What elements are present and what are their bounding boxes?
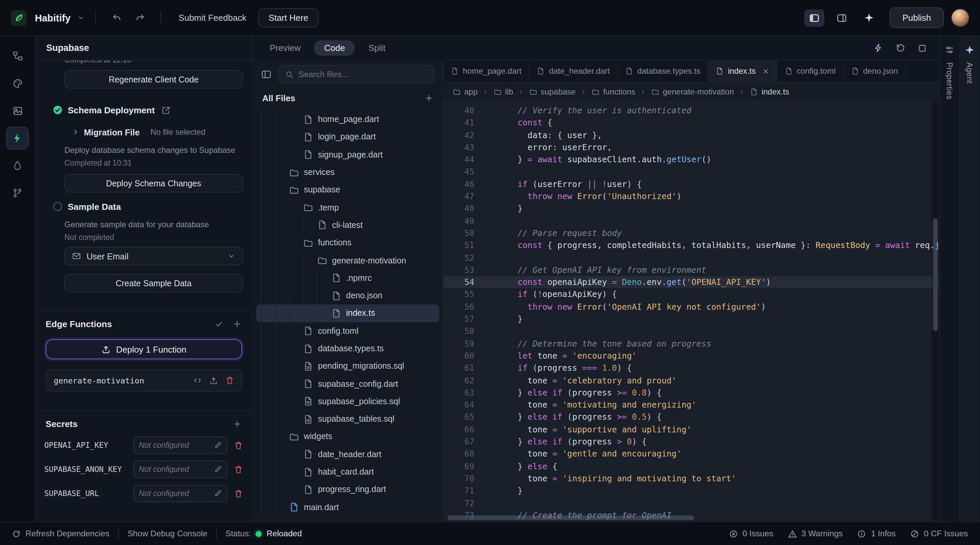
deploy-function-button[interactable]: Deploy 1 Function (46, 339, 242, 359)
tree-file-habit_card.dart[interactable]: habit_card.dart (253, 463, 443, 481)
cf-issues-counter[interactable]: 0 CF Issues (911, 529, 968, 538)
collapse-explorer-button[interactable] (261, 69, 272, 80)
tree-file-supabase_policies.sql[interactable]: supabase_policies.sql (253, 393, 443, 411)
tree-folder-generate-motivation[interactable]: generate-motivation (253, 252, 443, 270)
code-icon[interactable] (193, 376, 202, 385)
secret-value-field[interactable]: Not configured (134, 436, 228, 454)
rail-theme-button[interactable] (6, 72, 29, 95)
tree-file-cli-latest[interactable]: cli-latest (253, 216, 443, 234)
expand-icon[interactable] (918, 43, 927, 52)
code-line: const { progress, completedHabits, total… (498, 240, 939, 252)
tree-file-supabase_config.dart[interactable]: supabase_config.dart (253, 375, 443, 393)
tab-code[interactable]: Code (314, 40, 355, 56)
delete-secret-button[interactable] (234, 465, 243, 473)
close-tab-icon[interactable] (762, 67, 769, 75)
file-name: deno.json (346, 291, 382, 300)
indent-guide (275, 375, 289, 393)
tree-file-database.types.ts[interactable]: database.types.ts (253, 340, 443, 358)
rail-version-control-button[interactable] (6, 182, 29, 205)
revert-icon[interactable] (896, 43, 905, 53)
rail-hot-reload-button[interactable] (6, 154, 29, 177)
check-icon[interactable] (215, 319, 223, 328)
indent-guide (303, 252, 317, 270)
chevron-down-icon[interactable] (77, 14, 84, 21)
add-secret-button[interactable] (233, 419, 242, 428)
editor-tab-deno.json[interactable]: deno.json (843, 60, 906, 82)
tree-file-pending_migrations.sql[interactable]: pending_migrations.sql (253, 357, 443, 375)
warnings-counter[interactable]: 3 Warnings (788, 529, 843, 538)
regenerate-client-code-button[interactable]: Regenerate Client Code (64, 70, 243, 89)
sample-data-table-select[interactable]: User Email (64, 247, 243, 265)
start-here-button[interactable]: Start Here (259, 8, 319, 27)
tree-folder-supabase[interactable]: supabase (253, 181, 443, 199)
breadcrumb-item-functions[interactable]: functions (592, 87, 635, 96)
tree-file-login_page.dart[interactable]: login_page.dart (253, 129, 443, 146)
tree-folder-.temp[interactable]: .temp (253, 199, 443, 216)
refresh-dependencies-button[interactable]: Refresh Dependencies (12, 529, 109, 538)
zap-icon[interactable] (873, 43, 883, 53)
tree-file-main.dart[interactable]: main.dart (253, 498, 443, 516)
tree-file-deno.json[interactable]: deno.json (253, 287, 443, 305)
breadcrumb-item-app[interactable]: app (453, 87, 477, 96)
user-avatar[interactable] (951, 9, 969, 27)
tree-file-date_header.dart[interactable]: date_header.dart (253, 445, 443, 463)
delete-function-button[interactable] (225, 376, 234, 385)
edit-icon[interactable] (214, 489, 222, 497)
rail-widget-tree-button[interactable] (6, 44, 29, 67)
undo-button[interactable] (107, 8, 126, 27)
breadcrumb-item-lib[interactable]: lib (494, 87, 513, 96)
delete-secret-button[interactable] (234, 441, 243, 450)
editor-tab-config.toml[interactable]: config.toml (777, 60, 843, 82)
rail-assets-button[interactable] (6, 99, 29, 122)
submit-feedback-button[interactable]: Submit Feedback (172, 9, 253, 27)
infos-counter[interactable]: 1 Infos (858, 529, 896, 538)
add-edge-function-button[interactable] (233, 319, 242, 328)
tree-folder-services[interactable]: services (253, 164, 443, 181)
migration-file-row[interactable]: Migration File No file selected (35, 126, 252, 139)
tree-file-progress_ring.dart[interactable]: progress_ring.dart (253, 481, 443, 498)
external-link-icon[interactable] (161, 106, 170, 114)
tree-file-index.ts[interactable]: index.ts (256, 305, 439, 323)
editor-tab-database.types.ts[interactable]: database.types.ts (618, 60, 708, 82)
delete-secret-button[interactable] (234, 489, 243, 498)
toggle-right-panel-button[interactable] (832, 9, 852, 27)
editor-tab-home_page.dart[interactable]: home_page.dart (443, 60, 530, 82)
add-file-button[interactable] (425, 94, 433, 103)
tab-preview[interactable]: Preview (270, 43, 301, 53)
tree-folder-functions[interactable]: functions (253, 234, 443, 252)
tree-file-home_page.dart[interactable]: home_page.dart (253, 111, 443, 129)
ai-button[interactable] (860, 8, 878, 27)
properties-tab[interactable]: Properties (939, 36, 959, 521)
tree-file-config.toml[interactable]: config.toml (253, 322, 443, 340)
issues-counter[interactable]: 0 Issues (729, 529, 773, 538)
breadcrumb-item-supabase[interactable]: supabase (529, 87, 576, 96)
secret-value-field[interactable]: Not configured (134, 485, 228, 502)
tree-folder-widgets[interactable]: widgets (253, 428, 443, 446)
line-number: 70 (443, 473, 474, 485)
file-search-input[interactable]: Search files... (278, 65, 435, 84)
edit-icon[interactable] (214, 465, 222, 473)
upload-icon[interactable] (209, 376, 218, 385)
indent-guide (289, 357, 303, 375)
tab-split[interactable]: Split (369, 43, 386, 53)
deploy-schema-changes-button[interactable]: Deploy Schema Changes (64, 174, 243, 192)
secret-value-field[interactable]: Not configured (134, 461, 228, 478)
tree-file-supabase_tables.sql[interactable]: supabase_tables.sql (253, 410, 443, 428)
publish-button[interactable]: Publish (890, 7, 944, 28)
toggle-left-panel-button[interactable] (805, 9, 825, 27)
tree-file-signup_page.dart[interactable]: signup_page.dart (253, 146, 443, 164)
create-sample-data-button[interactable]: Create Sample Data (64, 274, 243, 292)
editor-tab-date_header.dart[interactable]: date_header.dart (530, 60, 618, 82)
editor-tab-index.ts[interactable]: index.ts (708, 60, 777, 82)
agent-tab[interactable]: Agent (959, 36, 979, 521)
show-debug-console-button[interactable]: Show Debug Console (127, 529, 207, 538)
code-editor[interactable]: 4041424344454647484950515253545556575859… (443, 101, 939, 521)
indent-guide (275, 410, 289, 428)
breadcrumb-item-generate-motivation[interactable]: generate-motivation (651, 87, 734, 96)
breadcrumb-item-index.ts[interactable]: index.ts (750, 87, 789, 96)
edit-icon[interactable] (214, 441, 222, 449)
rail-supabase-button[interactable] (6, 127, 29, 149)
redo-button[interactable] (131, 8, 150, 27)
edge-function-item[interactable]: generate-motivation (46, 369, 242, 391)
tree-file-.npmrc[interactable]: .npmrc (253, 269, 443, 287)
